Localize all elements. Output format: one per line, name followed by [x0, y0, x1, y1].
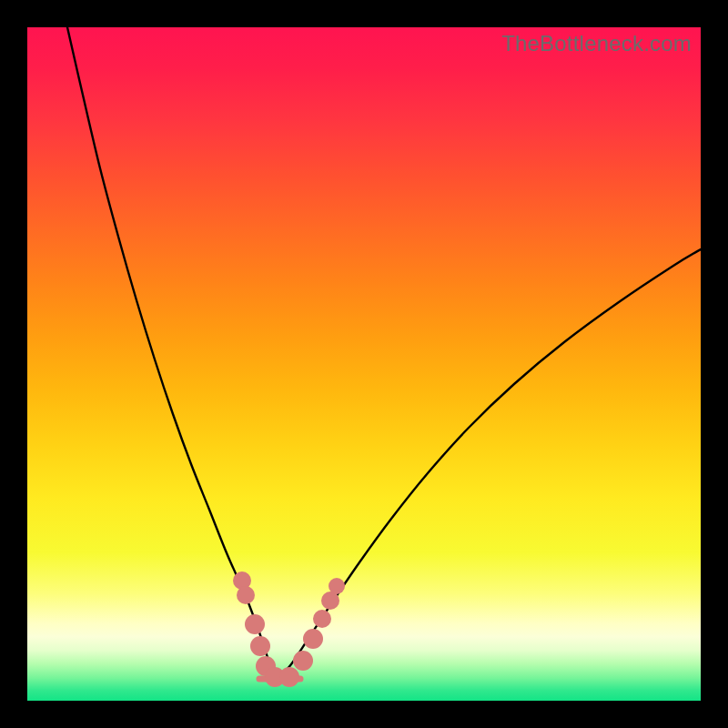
- bead: [293, 651, 313, 671]
- bead: [245, 614, 265, 634]
- curve-right-arm: [278, 249, 701, 679]
- beads-group: [233, 571, 345, 687]
- bead: [329, 578, 345, 594]
- chart-frame: TheBottleneck.com: [0, 0, 728, 728]
- curve-layer: [27, 27, 701, 701]
- plot-area: TheBottleneck.com: [27, 27, 701, 701]
- bead: [237, 586, 255, 604]
- bead: [303, 629, 323, 649]
- bead: [279, 667, 299, 687]
- bead: [313, 610, 331, 628]
- bead: [250, 636, 270, 656]
